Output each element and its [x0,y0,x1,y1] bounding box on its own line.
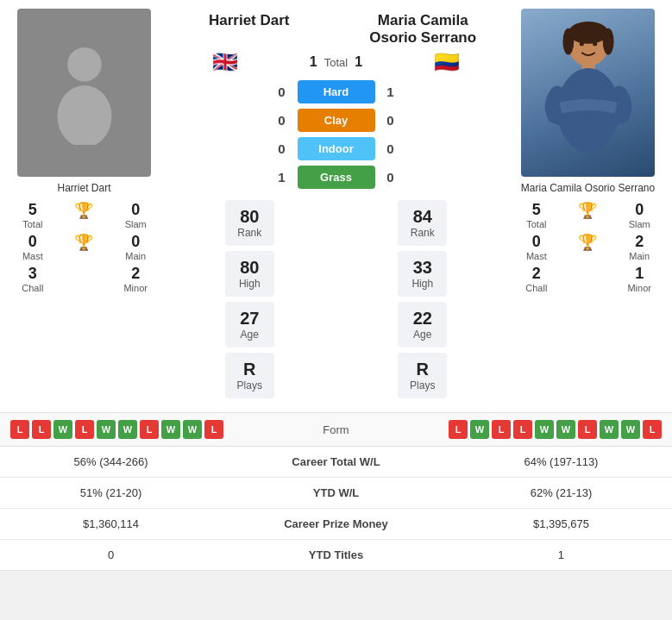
player2-age-lbl: Age [410,329,435,341]
form-label: Form [285,423,388,436]
surface-row-indoor: 0 Indoor 0 [160,137,512,160]
player2-plays-val: R [410,360,435,379]
total-label: Total [324,56,348,69]
svg-point-5 [602,28,613,55]
player2-minor-cell: 1 Minor [615,265,663,293]
player1-minor-value: 2 [131,265,140,283]
player2-plays-lbl: Plays [410,379,435,391]
player2-stats-grid: 5 Total 🏆 0 Slam 0 Mast 🏆 2 [512,201,663,293]
player1-chall-cell: 3 Chall [9,265,57,293]
player1-stats-grid: 5 Total 🏆 0 Slam 0 Mast 🏆 0 [9,201,160,293]
player1-slam-label: Slam [125,219,147,229]
player1-total-label: Total [22,219,42,229]
player1-mast-cell: 0 Mast [9,233,57,261]
player1-high-val: 80 [237,258,262,278]
prize-row: $1,360,114 Career Prize Money $1,395,675 [0,509,672,540]
p1-form-7: L [140,420,159,439]
names-row: Harriet Dart Maria Camila Osorio Serrano [160,9,512,47]
player1-photo [17,9,151,177]
player2-slam-value: 0 [635,201,644,219]
p1-form-4: L [75,420,94,439]
player1-main-cell: 0 Main [111,233,160,261]
player1-mast-label: Mast [22,251,43,261]
grass-button[interactable]: Grass [298,166,375,189]
p2-form-9: W [621,420,640,439]
p2-form-8: W [600,420,619,439]
player1-total-score: 1 [310,54,317,70]
p2-form-2: W [470,420,489,439]
trophy-icon: 🏆 [74,201,93,220]
player2-form-badges: L W L L W W L W W L [388,420,663,439]
career-wl-right: 64% (197-113) [450,447,672,478]
p1-form-6: W [118,420,137,439]
player1-slam-cell: 0 Slam [111,201,160,229]
p1-form-3: W [53,420,72,439]
player1-mast-value: 0 [28,233,37,251]
p2-form-7: L [578,420,597,439]
hard-button[interactable]: Hard [298,80,375,103]
prize-right: $1,395,675 [450,509,672,540]
indoor-score-right: 0 [382,141,399,156]
clay-score-left: 0 [273,113,291,128]
player2-mast-cell: 0 Mast [512,233,561,261]
player2-rank-box: 84 Rank [398,200,447,246]
p1-form-8: W [161,420,180,439]
p2-form-3: L [492,420,511,439]
p1-form-1: L [10,420,29,439]
ytd-titles-left: 0 [0,540,222,571]
form-row: L L W L W W L W W L Form L W L L W W L [0,412,672,447]
total-section: 1 Total 1 [310,54,362,70]
player2-total-cell: 5 Total [512,201,561,229]
player2-trophy2-cell: 🏆 [564,233,612,261]
stats-table: 56% (344-266) Career Total W/L 64% (197-… [0,447,672,571]
player1-plays-lbl: Plays [237,379,262,391]
player2-age-box: 22 Age [398,302,447,348]
player2-rank-val: 84 [410,207,435,227]
player2-slam-label: Slam [629,219,650,229]
player-left: Harriet Dart 5 Total 🏆 0 Slam 0 Mast [9,9,160,398]
player1-plays-box: R Plays [225,353,274,398]
clay-button[interactable]: Clay [298,109,375,132]
player1-rank-val: 80 [237,207,262,227]
player1-main-value: 0 [131,233,140,251]
p2-form-4: L [513,420,532,439]
player2-trophy-cell: 🏆 [564,201,612,229]
p2-form-5: W [535,420,554,439]
prize-left: $1,360,114 [0,509,222,540]
player1-rank-box: 80 Rank [225,200,274,246]
ytd-wl-row: 51% (21-20) YTD W/L 62% (21-13) [0,478,672,509]
player1-trophy-cell: 🏆 [60,201,109,229]
grass-score-left: 1 [273,170,291,185]
player1-age-lbl: Age [237,329,262,341]
player2-chall-cell: 2 Chall [512,265,561,293]
player2-mast-label: Mast [526,251,547,261]
ytd-titles-right: 1 [450,540,672,571]
player1-main-label: Main [125,251,146,261]
trophy4-icon: 🏆 [578,233,597,252]
player2-rank-lbl: Rank [410,227,435,239]
p2-form-1: L [449,420,468,439]
grass-score-right: 0 [382,170,399,185]
indoor-button[interactable]: Indoor [298,137,375,160]
player1-high-box: 80 High [225,251,274,297]
player1-form-badges: L L W L W W L W W L [10,420,285,439]
player1-center-stats: 80 Rank 80 High 27 Age R Plays [225,200,274,398]
player2-flag: 🇨🇴 [434,50,460,74]
career-wl-row: 56% (344-266) Career Total W/L 64% (197-… [0,447,672,478]
center-stats-row: 80 Rank 80 High 27 Age R Plays [160,200,512,398]
p1-form-9: W [183,420,202,439]
player1-high-lbl: High [237,278,262,290]
trophy2-icon: 🏆 [74,233,93,252]
p2-form-6: W [556,420,575,439]
svg-point-8 [579,41,583,46]
player2-name-center: Maria Camila Osorio Serrano [341,12,506,47]
svg-point-9 [593,41,597,46]
svg-point-4 [562,28,574,55]
player2-plays-box: R Plays [398,353,447,398]
player1-chall-label: Chall [22,283,43,293]
player2-high-lbl: High [410,278,435,290]
ytd-wl-left: 51% (21-20) [0,478,222,509]
main-container: Harriet Dart 5 Total 🏆 0 Slam 0 Mast [0,0,672,571]
player1-minor-cell: 2 Minor [111,265,160,293]
player2-chall-label: Chall [525,283,547,293]
